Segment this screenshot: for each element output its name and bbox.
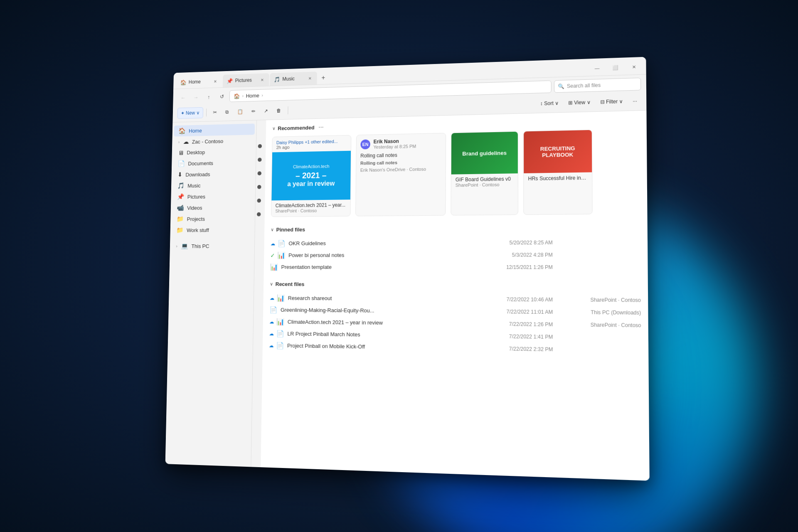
- tab-pictures[interactable]: 📌 Pictures ✕: [223, 73, 269, 87]
- pin-dot-1[interactable]: [258, 144, 262, 148]
- sidebar-projects-icon: 📁: [177, 215, 184, 222]
- sidebar-thispc-expand: ›: [176, 244, 177, 249]
- sidebar-item-music[interactable]: 🎵 Music: [172, 179, 254, 192]
- sidebar-zac-expand: ›: [178, 140, 180, 144]
- share-button[interactable]: ↗: [260, 105, 271, 116]
- thumb-line2: – 2021 –: [287, 170, 335, 180]
- sidebar-item-videos[interactable]: 📹 Videos: [172, 202, 254, 214]
- window-controls: — ⬜ ✕: [589, 61, 643, 74]
- sidebar-item-zac[interactable]: › ☁ Zac - Contoso: [174, 135, 255, 148]
- recommended-more-button[interactable]: ···: [318, 123, 324, 131]
- sidebar-music-icon: 🎵: [177, 182, 185, 189]
- delete-button[interactable]: 🗑: [273, 105, 285, 116]
- red-thumb-text: RECRUITING PLAYBOOK: [524, 141, 592, 162]
- sidebar-item-documents[interactable]: 📄 Documents: [173, 157, 254, 169]
- file-type-icon-2: 📊: [277, 251, 285, 259]
- sidebar: 🏠 Home › ☁ Zac - Contoso 🖥 Desktop 📄 Doc…: [165, 121, 257, 467]
- pinned-title: Pinned files: [276, 227, 305, 233]
- rec-card-meta-1: Daisy Philipps +1 other edited... 2h ago: [272, 135, 351, 153]
- sidebar-item-workstuff[interactable]: 📁 Work stuff: [172, 224, 253, 236]
- tab-pictures-label: Pictures: [235, 77, 252, 84]
- file-location-r1: SharePoint · Contoso: [553, 296, 641, 303]
- sidebar-item-downloads[interactable]: ⬇ Downloads: [173, 168, 254, 180]
- sidebar-workstuff-icon: 📁: [176, 227, 184, 234]
- cloud-icon-1: ☁: [271, 241, 276, 246]
- rec-card-climateaction[interactable]: Daisy Philipps +1 other edited... 2h ago…: [271, 135, 352, 217]
- tab-music-label: Music: [282, 76, 295, 82]
- address-path-text: Home: [246, 92, 259, 99]
- tab-music[interactable]: 🎵 Music ✕: [270, 71, 317, 86]
- music-tab-icon: 🎵: [274, 76, 280, 82]
- recent-header: ∨ Recent files: [270, 281, 641, 288]
- brand-filename: GIF Board Guidelines v0: [456, 176, 514, 182]
- rename-button[interactable]: ✏: [248, 106, 259, 117]
- forward-button[interactable]: →: [190, 91, 201, 103]
- up-button[interactable]: ↑: [203, 91, 214, 102]
- sidebar-item-projects[interactable]: 📁 Projects: [172, 213, 254, 225]
- file-type-icon-r4: 📄: [276, 330, 284, 337]
- rec-filename-1: ClimateAction.tech 2021 – year...: [276, 202, 347, 208]
- file-date-2: 5/3/2022 4:28 PM: [484, 252, 553, 258]
- pinned-header: ∨ Pinned files: [271, 224, 640, 233]
- file-type-icon-1: 📄: [278, 239, 286, 247]
- cut-button[interactable]: ✂: [209, 107, 220, 118]
- view-button[interactable]: ⊞ View ∨: [564, 96, 594, 109]
- more-button[interactable]: ···: [629, 95, 641, 107]
- file-date-r5: 7/22/2022 2:32 PM: [484, 345, 553, 352]
- table-row[interactable]: 📊 Presentation template 12/15/2021 1:26 …: [270, 261, 641, 273]
- file-name-r2: Greenlining-Making-Racial-Equity-Rou...: [281, 307, 484, 315]
- minimize-button[interactable]: —: [589, 62, 606, 74]
- file-date-r2: 7/22/2022 11:01 AM: [484, 308, 553, 315]
- maximize-button[interactable]: ⬜: [607, 62, 624, 74]
- file-type-icon-3: 📊: [270, 263, 278, 271]
- file-icon-area-r5: ☁ 📄: [269, 342, 284, 350]
- comment-line2: Erik Nason's OneDrive · Contoso: [360, 166, 441, 174]
- cloud-icon-r3: ☁: [269, 319, 274, 325]
- sort-button[interactable]: ↕ Sort ∨: [536, 97, 563, 110]
- brand-thumb-text: Brand guidelines: [459, 146, 510, 160]
- refresh-button[interactable]: ↺: [216, 91, 227, 102]
- sidebar-item-desktop[interactable]: 🖥 Desktop: [173, 146, 254, 158]
- close-button[interactable]: ✕: [625, 61, 643, 73]
- paste-button[interactable]: 📋: [234, 106, 246, 117]
- comment-text: Rolling call notes Erik Nason's OneDrive…: [360, 159, 441, 174]
- pin-dot-2[interactable]: [258, 158, 262, 162]
- cmd-separator-1: [206, 108, 207, 116]
- tab-pictures-close[interactable]: ✕: [259, 76, 265, 83]
- cloud-icon-r5: ☁: [269, 342, 274, 348]
- filter-button[interactable]: ⊟ Filter ∨: [596, 95, 627, 108]
- pin-dot-5[interactable]: [257, 199, 261, 203]
- sidebar-item-pictures[interactable]: 📌 Pictures: [172, 190, 254, 202]
- cloud-icon-r4: ☁: [269, 330, 274, 336]
- file-type-icon-r2: 📄: [269, 306, 277, 314]
- file-type-icon-r5: 📄: [276, 342, 284, 350]
- new-button[interactable]: ✦ New ∨: [177, 107, 203, 119]
- file-icon-area-r2: 📄: [269, 306, 277, 314]
- tab-home[interactable]: 🏠 Home ✕: [176, 75, 222, 89]
- check-icon-2: ✓: [270, 252, 275, 259]
- back-button[interactable]: ←: [177, 92, 188, 103]
- pin-dot-3[interactable]: [258, 171, 262, 175]
- new-tab-button[interactable]: +: [318, 72, 329, 84]
- rec-card-brand[interactable]: Brand guidelines GIF Board Guidelines v0…: [451, 131, 518, 216]
- comment-line1: Rolling call notes: [360, 159, 441, 167]
- explorer-window: 🏠 Home ✕ 📌 Pictures ✕ 🎵 Music ✕ + — ⬜ ✕ …: [165, 57, 650, 481]
- table-row[interactable]: ✓ 📊 Power bi personal notes 5/3/2022 4:2…: [270, 248, 640, 261]
- rec-card-comment[interactable]: EN Erik Nason Yesterday at 8:25 PM Rolli…: [355, 133, 446, 217]
- rec-card-red[interactable]: RECRUITING PLAYBOOK HRs Successful Hire …: [523, 130, 593, 215]
- pin-dot-6[interactable]: [257, 212, 261, 217]
- sidebar-projects-label: Projects: [187, 216, 205, 222]
- rec-thumbnail-1: ClimateAction.tech – 2021 – a year in re…: [271, 151, 351, 201]
- copy-button[interactable]: ⧉: [222, 106, 232, 118]
- search-box[interactable]: 🔍 Search all files: [554, 78, 641, 93]
- content-area: ∨ Recommended ··· Daisy Philipps +1 othe…: [261, 111, 650, 481]
- sidebar-home-label: Home: [189, 128, 202, 134]
- pin-dot-4[interactable]: [257, 185, 261, 189]
- table-row[interactable]: ☁ 📄 OKR Guidelines 5/20/2022 8:25 AM: [271, 236, 640, 249]
- tab-music-close[interactable]: ✕: [307, 75, 313, 81]
- sidebar-thispc-label: This PC: [192, 243, 209, 249]
- recommended-chevron: ∨: [272, 126, 276, 131]
- cmd-separator-2: [288, 106, 288, 114]
- tab-home-close[interactable]: ✕: [212, 78, 218, 85]
- sidebar-item-thispc[interactable]: › 💻 This PC: [171, 240, 253, 252]
